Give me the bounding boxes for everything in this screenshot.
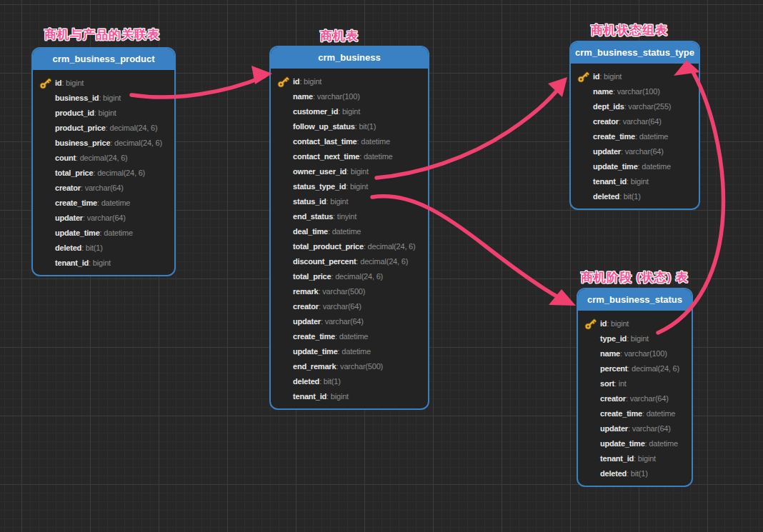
- field-row-id[interactable]: idbigint: [578, 316, 692, 331]
- field-row-status_id[interactable]: status_idbigint: [271, 194, 428, 209]
- field-row-deleted[interactable]: deletedbit(1): [33, 241, 174, 256]
- field-type: bigint: [61, 79, 84, 87]
- field-type: bit(1): [619, 192, 641, 201]
- table-crm_business[interactable]: crm_businessidbigintnamevarchar(100)cust…: [269, 46, 429, 410]
- field-name: name: [293, 92, 313, 101]
- field-row-total_price[interactable]: total_pricedecimal(24, 6): [271, 269, 428, 284]
- field-row-product_price[interactable]: product_pricedecimal(24, 6): [33, 121, 174, 136]
- field-row-percent[interactable]: percentdecimal(24, 6): [578, 361, 692, 376]
- field-row-id[interactable]: idbigint: [33, 76, 174, 91]
- field-type: bigint: [627, 177, 649, 186]
- field-row-type_id[interactable]: type_idbigint: [578, 331, 692, 346]
- field-name: deleted: [293, 377, 319, 386]
- field-row-business_id[interactable]: business_idbigint: [33, 91, 174, 106]
- field-name: updater: [293, 317, 321, 326]
- field-row-total_product_price[interactable]: total_product_pricedecimal(24, 6): [271, 239, 428, 254]
- field-row-creator[interactable]: creatorvarchar(64): [571, 114, 699, 129]
- field-type: varchar(64): [321, 317, 364, 326]
- table-crm_business_status_type[interactable]: crm_business_status_typeidbigintnamevarc…: [569, 41, 700, 210]
- field-row-tenant_id[interactable]: tenant_idbigint: [571, 174, 699, 189]
- field-row-create_time[interactable]: create_timedatetime: [571, 129, 699, 144]
- field-row-updater[interactable]: updatervarchar(64): [271, 314, 428, 329]
- field-row-create_time[interactable]: create_timedatetime: [33, 196, 174, 211]
- field-row-name[interactable]: namevarchar(100): [571, 84, 699, 99]
- primary-key-icon: [39, 77, 51, 89]
- field-name: sort: [600, 379, 614, 388]
- field-type: datetime: [357, 137, 390, 146]
- field-type: datetime: [328, 227, 361, 236]
- field-row-deleted[interactable]: deletedbit(1): [578, 466, 692, 481]
- field-name: tenant_id: [293, 392, 326, 401]
- field-row-count[interactable]: countdecimal(24, 6): [33, 151, 174, 166]
- field-row-discount_percent[interactable]: discount_percentdecimal(24, 6): [271, 254, 428, 269]
- field-row-deleted[interactable]: deletedbit(1): [571, 189, 699, 204]
- field-row-dept_ids[interactable]: dept_idsvarchar(255): [571, 99, 699, 114]
- field-row-id[interactable]: idbigint: [571, 69, 699, 84]
- table-header-crm_business_status[interactable]: crm_business_status: [578, 289, 692, 311]
- field-row-tenant_id[interactable]: tenant_idbigint: [578, 451, 692, 466]
- field-row-customer_id[interactable]: customer_idbigint: [271, 104, 428, 119]
- field-row-follow_up_status[interactable]: follow_up_statusbit(1): [271, 119, 428, 134]
- field-row-contact_last_time[interactable]: contact_last_timedatetime: [271, 134, 428, 149]
- field-name: update_time: [55, 229, 100, 237]
- primary-key-icon: [277, 76, 289, 88]
- field-row-sort[interactable]: sortint: [578, 376, 692, 391]
- field-row-tenant_id[interactable]: tenant_idbigint: [271, 389, 428, 404]
- field-row-status_type_id[interactable]: status_type_idbigint: [271, 179, 428, 194]
- field-type: bit(1): [355, 122, 376, 131]
- field-type: datetime: [338, 347, 371, 356]
- field-name: deleted: [593, 192, 619, 201]
- field-type: datetime: [100, 229, 133, 237]
- table-header-crm_business_product[interactable]: crm_business_product: [33, 49, 174, 70]
- field-row-contact_next_time[interactable]: contact_next_timedatetime: [271, 149, 428, 164]
- field-type: varchar(64): [319, 302, 361, 311]
- field-row-update_time[interactable]: update_timedatetime: [33, 226, 174, 241]
- field-row-business_price[interactable]: business_pricedecimal(24, 6): [33, 136, 174, 151]
- field-type: datetime: [645, 439, 678, 448]
- field-row-update_time[interactable]: update_timedatetime: [571, 159, 699, 174]
- field-row-deleted[interactable]: deletedbit(1): [271, 374, 428, 389]
- field-name: tenant_id: [600, 454, 634, 463]
- field-name: status_type_id: [293, 182, 346, 191]
- field-name: deleted: [600, 469, 627, 478]
- field-type: decimal(24, 6): [331, 272, 383, 281]
- table-header-crm_business_status_type[interactable]: crm_business_status_type: [571, 42, 699, 64]
- field-row-name[interactable]: namevarchar(100): [271, 89, 428, 104]
- field-row-end_remark[interactable]: end_remarkvarchar(500): [271, 359, 428, 374]
- field-row-create_time[interactable]: create_timedatetime: [271, 329, 428, 344]
- field-type: decimal(24, 6): [364, 242, 416, 251]
- field-row-creator[interactable]: creatorvarchar(64): [33, 181, 174, 196]
- field-row-name[interactable]: namevarchar(100): [578, 346, 692, 361]
- field-name: create_time: [593, 132, 635, 141]
- field-row-remark[interactable]: remarkvarchar(500): [271, 284, 428, 299]
- field-row-creator[interactable]: creatorvarchar(64): [271, 299, 428, 314]
- table-annotation-crm_business_status_type: 商机状态组表: [591, 22, 668, 39]
- field-row-updater[interactable]: updatervarchar(64): [578, 421, 692, 436]
- field-type: decimal(24, 6): [93, 169, 145, 177]
- field-row-id[interactable]: idbigint: [271, 74, 428, 89]
- field-row-total_price[interactable]: total_pricedecimal(24, 6): [33, 166, 174, 181]
- field-type: bigint: [338, 107, 360, 116]
- field-row-tenant_id[interactable]: tenant_idbigint: [33, 256, 174, 271]
- diagram-canvas[interactable]: 商机与产品的关联表crm_business_productidbigintbus…: [0, 0, 763, 532]
- table-header-crm_business[interactable]: crm_business: [271, 47, 428, 69]
- field-row-update_time[interactable]: update_timedatetime: [271, 344, 428, 359]
- table-crm_business_product[interactable]: crm_business_productidbigintbusiness_idb…: [31, 47, 176, 276]
- field-type: bigint: [299, 77, 321, 86]
- field-name: business_price: [55, 139, 110, 147]
- field-row-owner_user_id[interactable]: owner_user_idbigint: [271, 164, 428, 179]
- table-crm_business_status[interactable]: crm_business_statusidbiginttype_idbigint…: [577, 288, 693, 487]
- field-name: create_time: [600, 409, 642, 418]
- field-row-product_id[interactable]: product_idbigint: [33, 106, 174, 121]
- field-row-updater[interactable]: updatervarchar(64): [33, 211, 174, 226]
- field-name: follow_up_status: [293, 122, 355, 131]
- field-row-updater[interactable]: updatervarchar(64): [571, 144, 699, 159]
- field-row-deal_time[interactable]: deal_timedatetime: [271, 224, 428, 239]
- field-name: creator: [600, 394, 626, 403]
- field-name: total_price: [293, 272, 331, 281]
- field-row-creator[interactable]: creatorvarchar(64): [578, 391, 692, 406]
- field-row-create_time[interactable]: create_timedatetime: [578, 406, 692, 421]
- field-row-update_time[interactable]: update_timedatetime: [578, 436, 692, 451]
- field-type: varchar(255): [624, 102, 672, 111]
- field-row-end_status[interactable]: end_statustinyint: [271, 209, 428, 224]
